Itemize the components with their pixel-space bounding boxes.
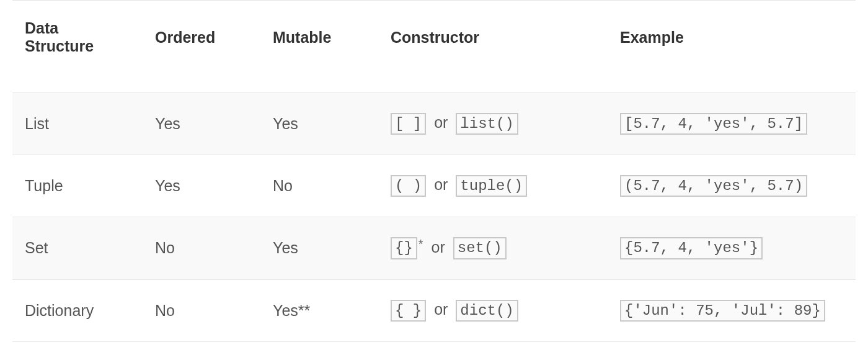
header-example: Example bbox=[608, 1, 856, 93]
table-row: SetNoYes{}* or set(){5.7, 4, 'yes'} bbox=[12, 217, 856, 279]
cell-ordered: No bbox=[143, 217, 260, 279]
constructor-function: tuple() bbox=[456, 175, 527, 197]
cell-constructor: [ ] or list() bbox=[378, 93, 608, 155]
constructor-function: set() bbox=[453, 237, 507, 259]
or-label: or bbox=[426, 176, 456, 193]
cell-constructor: ( ) or tuple() bbox=[378, 155, 608, 217]
cell-data-structure: Set bbox=[12, 217, 143, 279]
or-label: or bbox=[426, 300, 456, 318]
example-code: {5.7, 4, 'yes'} bbox=[620, 237, 763, 259]
cell-data-structure: Tuple bbox=[12, 155, 143, 217]
table-header-row: Data Structure Ordered Mutable Construct… bbox=[12, 1, 856, 93]
cell-example: {'Jun': 75, 'Jul': 89} bbox=[608, 279, 856, 341]
cell-mutable: Yes** bbox=[260, 279, 378, 341]
or-label: or bbox=[423, 238, 453, 256]
example-code: {'Jun': 75, 'Jul': 89} bbox=[620, 300, 825, 322]
header-ordered: Ordered bbox=[143, 1, 260, 93]
example-code: (5.7, 4, 'yes', 5.7) bbox=[620, 175, 807, 197]
constructor-literal: [ ] bbox=[391, 113, 426, 135]
constructor-footnote-marker: * bbox=[417, 237, 423, 251]
cell-mutable: No bbox=[260, 155, 378, 217]
header-mutable: Mutable bbox=[260, 1, 378, 93]
constructor-literal: {} bbox=[391, 237, 417, 259]
constructor-literal: ( ) bbox=[391, 175, 426, 197]
table-row: DictionaryNoYes**{ } or dict(){'Jun': 75… bbox=[12, 279, 856, 341]
header-data-structure: Data Structure bbox=[12, 1, 143, 93]
cell-ordered: No bbox=[143, 279, 260, 341]
constructor-literal: { } bbox=[391, 300, 426, 322]
cell-example: [5.7, 4, 'yes', 5.7] bbox=[608, 93, 856, 155]
or-label: or bbox=[426, 114, 456, 131]
cell-mutable: Yes bbox=[260, 217, 378, 279]
data-structures-table: Data Structure Ordered Mutable Construct… bbox=[12, 0, 856, 342]
cell-ordered: Yes bbox=[143, 155, 260, 217]
cell-mutable: Yes bbox=[260, 93, 378, 155]
cell-constructor: { } or dict() bbox=[378, 279, 608, 341]
cell-example: (5.7, 4, 'yes', 5.7) bbox=[608, 155, 856, 217]
cell-constructor: {}* or set() bbox=[378, 217, 608, 279]
cell-data-structure: Dictionary bbox=[12, 279, 143, 341]
constructor-function: list() bbox=[456, 113, 518, 135]
table-row: TupleYesNo( ) or tuple()(5.7, 4, 'yes', … bbox=[12, 155, 856, 217]
table-container: Data Structure Ordered Mutable Construct… bbox=[0, 0, 868, 342]
cell-ordered: Yes bbox=[143, 93, 260, 155]
table-row: ListYesYes[ ] or list()[5.7, 4, 'yes', 5… bbox=[12, 93, 856, 155]
cell-data-structure: List bbox=[12, 93, 143, 155]
header-constructor: Constructor bbox=[378, 1, 608, 93]
cell-example: {5.7, 4, 'yes'} bbox=[608, 217, 856, 279]
constructor-function: dict() bbox=[456, 300, 518, 322]
example-code: [5.7, 4, 'yes', 5.7] bbox=[620, 113, 807, 135]
